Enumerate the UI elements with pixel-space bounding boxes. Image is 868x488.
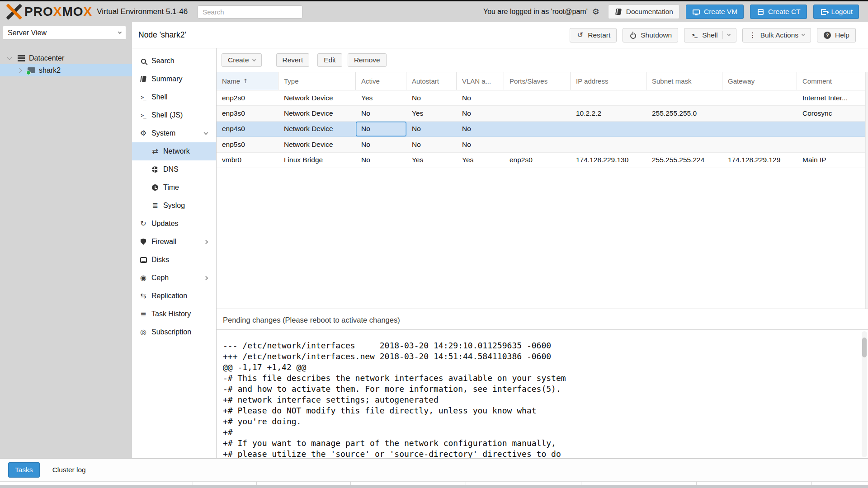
cell-comment[interactable]: [797, 137, 865, 152]
cell-ports-slaves[interactable]: enp2s0: [504, 153, 571, 168]
cell-gateway[interactable]: 174.128.229.129: [722, 153, 797, 168]
cell-ports-slaves[interactable]: [504, 137, 571, 152]
user-settings-gear-icon[interactable]: ⚙: [592, 8, 600, 16]
cell-name[interactable]: enp5s0: [217, 137, 278, 152]
revert-button[interactable]: Revert: [276, 53, 310, 67]
menu-item-ceph[interactable]: ◉Ceph: [132, 269, 216, 287]
remove-button[interactable]: Remove: [348, 53, 387, 67]
cell-autostart[interactable]: Yes: [406, 153, 457, 168]
menu-item-dns[interactable]: DNS: [132, 160, 216, 178]
cell-name[interactable]: vmbr0: [217, 153, 278, 168]
cell-gateway[interactable]: [722, 122, 797, 136]
table-row-enp5s0[interactable]: enp5s0Network DeviceNoNoNo: [217, 137, 868, 152]
table-scrollbar[interactable]: [865, 72, 868, 309]
cell-ports-slaves[interactable]: [504, 122, 571, 136]
tree-item-datacenter[interactable]: Datacenter: [0, 52, 132, 64]
menu-item-syslog[interactable]: ≣Syslog: [132, 197, 216, 215]
table-row-enp2s0[interactable]: enp2s0Network DeviceYesNoNoInternet Inte…: [217, 90, 868, 106]
cell-type[interactable]: Network Device: [278, 122, 356, 136]
chevron-down-icon[interactable]: [5, 57, 14, 59]
menu-item-firewall[interactable]: Firewall: [132, 233, 216, 251]
cell-subnet-mask[interactable]: [646, 137, 722, 152]
cell-comment[interactable]: [797, 122, 865, 136]
cell-vlan-a[interactable]: No: [457, 106, 504, 121]
table-row-vmbr0[interactable]: vmbr0Linux BridgeNoYesYesenp2s0174.128.2…: [217, 153, 868, 168]
cell-active[interactable]: No: [356, 106, 406, 121]
menu-item-shell-js[interactable]: >_Shell (JS): [132, 106, 216, 124]
cell-ip-address[interactable]: 174.128.229.130: [571, 153, 646, 168]
column-header-type[interactable]: Type: [278, 72, 356, 90]
cell-name[interactable]: enp4s0: [217, 122, 278, 136]
cell-ip-address[interactable]: [571, 90, 646, 105]
column-header-active[interactable]: Active: [356, 72, 406, 90]
chevron-right-icon[interactable]: [15, 69, 24, 72]
cell-active[interactable]: No: [356, 137, 406, 152]
documentation-button[interactable]: Documentation: [608, 5, 679, 19]
column-header-ports-slaves[interactable]: Ports/Slaves: [504, 72, 571, 90]
column-header-comment[interactable]: Comment: [797, 72, 865, 90]
chevron-right-icon[interactable]: [202, 240, 210, 244]
cell-subnet-mask[interactable]: 255.255.255.0: [646, 106, 722, 121]
cell-ports-slaves[interactable]: [504, 106, 571, 121]
cell-ip-address[interactable]: 10.2.2.2: [571, 106, 646, 121]
menu-item-task-history[interactable]: ≣Task History: [132, 305, 216, 323]
menu-item-summary[interactable]: Summary: [132, 70, 216, 88]
cluster-log-tab[interactable]: Cluster log: [52, 466, 86, 474]
create-ct-button[interactable]: Create CT: [750, 5, 807, 19]
bulk-actions-button[interactable]: ⋮ Bulk Actions: [742, 28, 811, 42]
menu-item-time[interactable]: Time: [132, 178, 216, 197]
diff-scrollbar-track[interactable]: [862, 331, 867, 457]
cell-ip-address[interactable]: [571, 122, 646, 136]
create-button[interactable]: Create: [222, 53, 262, 67]
cell-gateway[interactable]: [722, 106, 797, 121]
cell-ports-slaves[interactable]: [504, 90, 571, 105]
menu-item-subscription[interactable]: ◎Subscription: [132, 323, 216, 341]
cell-vlan-a[interactable]: No: [457, 122, 504, 136]
cell-gateway[interactable]: [722, 137, 797, 152]
cell-vlan-a[interactable]: No: [457, 137, 504, 152]
chevron-right-icon[interactable]: [202, 277, 210, 280]
restart-button[interactable]: ↺ Restart: [570, 28, 617, 42]
cell-autostart[interactable]: No: [406, 90, 457, 105]
tree-item-shark2[interactable]: shark2: [0, 64, 132, 76]
cell-active[interactable]: Yes: [356, 90, 406, 105]
cell-name[interactable]: enp2s0: [217, 90, 278, 105]
cell-subnet-mask[interactable]: 255.255.255.224: [646, 153, 722, 168]
diff-scrollbar-thumb[interactable]: [862, 338, 867, 357]
cell-autostart[interactable]: No: [406, 137, 457, 152]
chevron-down-icon[interactable]: [726, 33, 730, 36]
menu-item-updates[interactable]: ↻Updates: [132, 215, 216, 233]
cell-autostart[interactable]: No: [406, 122, 457, 136]
menu-item-shell[interactable]: >_Shell: [132, 88, 216, 106]
cell-type[interactable]: Linux Bridge: [278, 153, 356, 168]
cell-subnet-mask[interactable]: [646, 90, 722, 105]
menu-item-network[interactable]: ⇄Network: [132, 142, 216, 160]
cell-autostart[interactable]: Yes: [406, 106, 457, 121]
logout-button[interactable]: Logout: [813, 5, 859, 19]
cell-active[interactable]: No: [356, 153, 406, 168]
cell-subnet-mask[interactable]: [646, 122, 722, 136]
cell-comment[interactable]: Main IP: [797, 153, 865, 168]
cell-active[interactable]: No: [356, 122, 406, 136]
table-row-enp4s0[interactable]: enp4s0Network DeviceNoNoNo: [217, 122, 868, 137]
table-row-enp3s0[interactable]: enp3s0Network DeviceNoYesNo10.2.2.2255.2…: [217, 106, 868, 121]
cell-type[interactable]: Network Device: [278, 106, 356, 121]
column-header-vlan-a[interactable]: VLAN a...: [457, 72, 504, 90]
view-selector[interactable]: Server View: [3, 26, 126, 40]
cell-comment[interactable]: Corosync: [797, 106, 865, 121]
cell-vlan-a[interactable]: No: [457, 90, 504, 105]
column-header-autostart[interactable]: Autostart: [406, 72, 457, 90]
edit-button[interactable]: Edit: [317, 53, 342, 67]
menu-item-system[interactable]: ⚙System: [132, 124, 216, 142]
create-vm-button[interactable]: Create VM: [686, 5, 744, 19]
menu-item-disks[interactable]: Disks: [132, 251, 216, 269]
cell-type[interactable]: Network Device: [278, 90, 356, 105]
column-header-subnet-mask[interactable]: Subnet mask: [646, 72, 722, 90]
column-header-name[interactable]: Name↑: [217, 72, 278, 90]
global-search-input[interactable]: [198, 5, 302, 19]
cell-name[interactable]: enp3s0: [217, 106, 278, 121]
chevron-down-icon[interactable]: [802, 33, 805, 36]
help-button[interactable]: ? Help: [817, 28, 856, 42]
menu-item-search[interactable]: Search: [132, 52, 216, 70]
menu-item-replication[interactable]: ⇆Replication: [132, 287, 216, 305]
